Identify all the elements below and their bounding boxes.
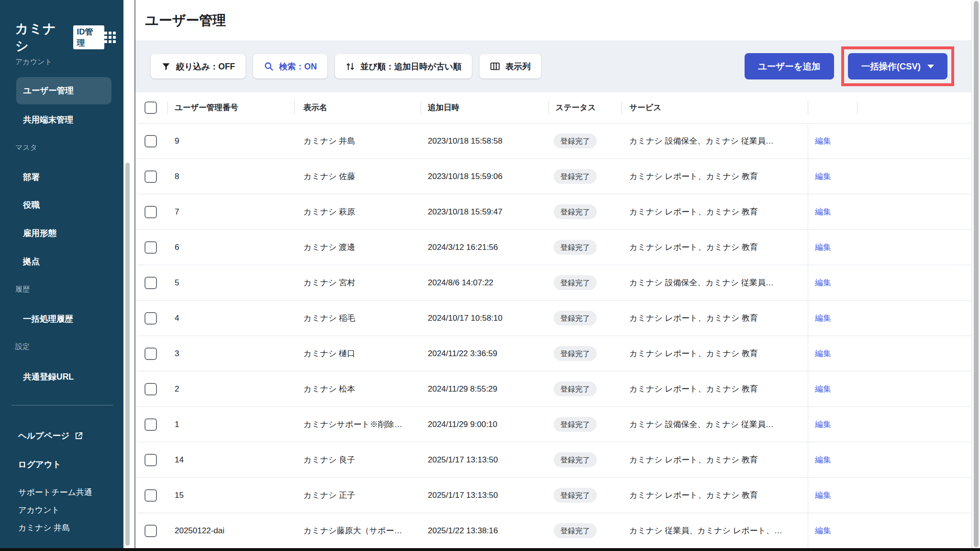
row-checkbox[interactable] [145, 277, 157, 289]
table-row: 3 カミナシ 樋口 2024/11/22 3:36:59 登録完了 カミナシ レ… [137, 336, 971, 371]
help-link-label: ヘルプページ [18, 430, 69, 441]
cell-added-at: 2025/1/22 13:38:16 [428, 526, 498, 536]
sidebar-scrollbar-thumb[interactable] [125, 163, 130, 546]
edit-link[interactable]: 編集 [815, 454, 831, 465]
cell-user-id: 6 [175, 243, 179, 252]
row-checkbox[interactable] [145, 206, 157, 218]
table-row: 20250122-dai カミナシ藤原大（サポー… 2025/1/22 13:3… [137, 513, 971, 548]
edit-link[interactable]: 編集 [815, 242, 831, 253]
header-display-name: 表示名 [294, 92, 421, 123]
row-checkbox[interactable] [145, 525, 157, 537]
sidebar-item-bulk-history[interactable]: 一括処理履歴 [23, 313, 73, 325]
sidebar-item-common-registration-url[interactable]: 共通登録URL [23, 371, 74, 382]
edit-link[interactable]: 編集 [815, 348, 831, 359]
sidebar-item-location[interactable]: 拠点 [23, 256, 40, 267]
header-user-id: ユーザー管理番号 [167, 92, 294, 123]
brand-badge: ID管理 [73, 25, 104, 49]
row-checkbox[interactable] [145, 489, 157, 502]
sidebar-section-history: 履歴 [15, 285, 30, 294]
row-checkbox[interactable] [145, 135, 157, 147]
row-checkbox[interactable] [145, 312, 157, 325]
cell-added-at: 2025/1/17 13:13:50 [428, 455, 498, 465]
edit-link[interactable]: 編集 [815, 313, 831, 324]
cell-services: カミナシ レポート、カミナシ 教育 [629, 383, 758, 394]
sidebar-item-position[interactable]: 役職 [23, 199, 40, 211]
filter-button[interactable]: 絞り込み：OFF [151, 54, 245, 79]
edit-link[interactable]: 編集 [815, 490, 831, 501]
edit-link[interactable]: 編集 [815, 383, 831, 394]
sidebar-item-user-management[interactable]: ユーザー管理 [16, 77, 111, 104]
cell-added-at: 2024/11/29 9:00:10 [428, 420, 497, 429]
sidebar-item-department[interactable]: 部署 [23, 171, 40, 183]
filter-button-label: 絞り込み：OFF [176, 61, 235, 72]
sidebar-divider [11, 405, 113, 405]
cell-user-id: 15 [175, 491, 184, 500]
window-scrollbar [971, 0, 980, 551]
cell-display-name: カミナシ藤原大（サポー… [303, 525, 402, 536]
edit-link[interactable]: 編集 [815, 206, 831, 217]
edit-link[interactable]: 編集 [815, 135, 831, 146]
cell-display-name: カミナシ 稲毛 [303, 313, 355, 324]
status-badge: 登録完了 [554, 523, 597, 539]
table-row: 7 カミナシ 萩原 2023/10/18 15:59:47 登録完了 カミナシ … [137, 194, 971, 229]
search-icon [264, 61, 274, 71]
cell-display-name: カミナシ 松本 [303, 383, 355, 394]
sort-button-label: 並び順：追加日時が古い順 [360, 61, 461, 72]
table-row: 15 カミナシ 正子 2025/1/17 13:13:50 登録完了 カミナシ … [137, 477, 971, 513]
window-scrollbar-thumb[interactable] [974, 1, 979, 547]
search-button-label: 検索：ON [279, 61, 317, 72]
cell-added-at: 2023/10/18 15:59:06 [428, 172, 502, 181]
cell-display-name: カミナシ 正子 [303, 490, 355, 501]
cell-user-id: 2 [175, 384, 179, 394]
cell-services: カミナシ レポート、カミナシ 教育 [629, 313, 758, 324]
cell-user-id: 20250122-dai [175, 526, 224, 536]
row-checkbox[interactable] [145, 348, 157, 360]
select-all-checkbox[interactable] [145, 101, 157, 114]
cell-services: カミナシ レポート、カミナシ 教育 [629, 454, 758, 465]
cell-display-name: カミナシ 佐藤 [303, 171, 355, 182]
sort-icon [345, 62, 355, 71]
cell-services: カミナシ レポート、カミナシ 教育 [629, 242, 758, 253]
cell-display-name: カミナシ 渡邊 [303, 242, 355, 253]
cell-display-name: カミナシ 良子 [303, 454, 355, 465]
bulk-csv-button-label: 一括操作(CSV) [861, 60, 921, 72]
sort-button[interactable]: 並び順：追加日時が古い順 [335, 54, 472, 79]
bulk-csv-button[interactable]: 一括操作(CSV) [848, 53, 947, 79]
columns-button-label: 表示列 [505, 61, 531, 72]
status-badge: 登録完了 [554, 488, 597, 503]
edit-link[interactable]: 編集 [815, 525, 831, 536]
cell-user-id: 4 [175, 314, 179, 323]
sidebar-help-link[interactable]: ヘルプページ [18, 430, 83, 441]
sidebar-section-master: マスタ [15, 143, 37, 152]
row-checkbox[interactable] [145, 454, 157, 466]
row-checkbox[interactable] [145, 241, 157, 254]
main-content: ユーザー管理 絞り込み：OFF 検索：ON 並び順：追加日時が古い順 [134, 0, 971, 551]
cell-display-name: カミナシ 宮村 [303, 277, 355, 288]
table-row: 14 カミナシ 良子 2025/1/17 13:13:50 登録完了 カミナシ … [137, 442, 971, 477]
row-checkbox[interactable] [145, 418, 157, 431]
edit-link[interactable]: 編集 [815, 171, 831, 182]
cell-added-at: 2023/10/18 15:58:58 [428, 136, 502, 146]
cell-user-id: 8 [175, 172, 179, 181]
sidebar: カミナシ ID管理 アカウント ユーザー管理 共用端末管理 マスタ 部署 役職 … [0, 0, 123, 551]
cell-services: カミナシ レポート、カミナシ 教育 [629, 348, 758, 359]
row-checkbox[interactable] [145, 170, 157, 183]
account-team-name: サポートチーム共通アカウント [18, 484, 100, 519]
add-user-button[interactable]: ユーザーを追加 [745, 53, 834, 79]
cell-added-at: 2025/1/17 13:13:50 [428, 491, 498, 500]
sidebar-item-shared-device[interactable]: 共用端末管理 [23, 114, 73, 125]
sidebar-section-settings: 設定 [15, 342, 30, 351]
toolbar: 絞り込み：OFF 検索：ON 並び順：追加日時が古い順 表示列 ユー [135, 40, 971, 92]
search-button[interactable]: 検索：ON [253, 54, 327, 79]
cell-added-at: 2024/11/29 8:55:29 [428, 384, 497, 394]
sidebar-logout-link[interactable]: ログアウト [18, 459, 61, 470]
row-checkbox[interactable] [145, 383, 157, 395]
table-body: 9 カミナシ 井島 2023/10/18 15:58:58 登録完了 カミナシ … [137, 123, 971, 548]
table-row: 6 カミナシ 渡邊 2024/3/12 16:21:56 登録完了 カミナシ レ… [137, 229, 971, 265]
edit-link[interactable]: 編集 [815, 419, 831, 430]
sidebar-item-employment-type[interactable]: 雇用形態 [23, 227, 56, 239]
app-grid-icon[interactable] [104, 32, 116, 43]
edit-link[interactable]: 編集 [815, 277, 831, 288]
cell-services: カミナシ 設備保全、カミナシ 従業員… [629, 419, 774, 430]
columns-button[interactable]: 表示列 [479, 54, 541, 79]
